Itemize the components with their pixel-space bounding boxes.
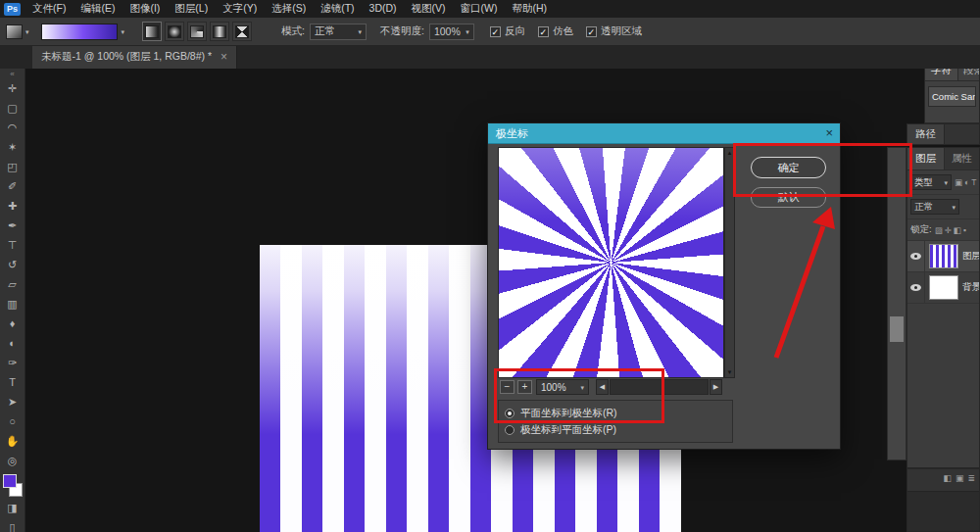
font-family-dropdown[interactable]: Comic Sans ▾ (928, 86, 976, 107)
chevron-down-icon: ▾ (466, 28, 469, 35)
menu-item[interactable]: 图层(L) (174, 2, 208, 16)
zoom-out-button[interactable]: − (500, 380, 514, 394)
foreground-color-swatch[interactable] (3, 474, 17, 488)
close-icon[interactable]: × (220, 50, 227, 64)
menu-item[interactable]: 选择(S) (271, 2, 306, 16)
gradient-picker[interactable]: ▾ (41, 24, 125, 40)
screen-mode-icon[interactable]: ▯ (0, 517, 24, 532)
menu-item[interactable]: 3D(D) (369, 2, 397, 16)
tool-preset-picker[interactable]: ▾ (6, 24, 29, 39)
menu-item[interactable]: 文件(F) (32, 2, 66, 16)
close-icon[interactable]: × (825, 125, 833, 140)
lasso-tool-icon[interactable]: ◠ (0, 118, 24, 137)
visibility-cell[interactable] (907, 241, 925, 271)
layer-thumbnail[interactable] (929, 275, 958, 300)
radio-unselected-icon[interactable] (505, 425, 514, 435)
blur-tool-icon[interactable]: ♦ (0, 314, 24, 333)
blend-mode-dropdown[interactable]: 正常 ▾ (310, 24, 367, 40)
lock-transparency-icon[interactable]: ▨ (935, 225, 943, 235)
layer-effects-icon[interactable]: ◧ (943, 473, 952, 483)
eyedropper-tool-icon[interactable]: ✐ (0, 176, 24, 196)
zoom-level-dropdown[interactable]: 100% ▾ (536, 379, 589, 395)
quick-mask-icon[interactable]: ◨ (0, 498, 24, 517)
zoom-tool-icon[interactable]: ◎ (0, 451, 24, 470)
type-filter-icon[interactable]: T (971, 177, 976, 187)
ok-button[interactable]: 确定 (751, 157, 826, 178)
crop-tool-icon[interactable]: ◰ (0, 157, 24, 176)
tab-properties[interactable]: 属性 (945, 148, 979, 169)
type-tool-icon[interactable]: T (0, 372, 24, 392)
magic-wand-tool-icon[interactable]: ✶ (0, 137, 24, 157)
healing-brush-tool-icon[interactable]: ✚ (0, 196, 24, 216)
collapse-toolbar-icon[interactable]: « (10, 70, 14, 78)
option-checkbox[interactable]: ✓ 仿色 (538, 24, 573, 38)
scroll-right-icon[interactable]: ▶ (710, 379, 722, 395)
dodge-tool-icon[interactable]: ◐ (0, 333, 24, 353)
opacity-dropdown[interactable]: 100% ▾ (429, 24, 474, 40)
scrollbar-thumb[interactable] (890, 316, 904, 342)
eraser-tool-icon[interactable]: ▱ (0, 274, 24, 294)
radio-selected-icon[interactable] (505, 409, 514, 418)
lock-all-icon[interactable]: ▪ (963, 225, 966, 235)
layer-name[interactable]: 图层 1 (962, 250, 979, 263)
diamond-gradient-button[interactable] (232, 22, 252, 41)
layers-panel-tabs: 图层 属性 (907, 148, 979, 170)
clone-stamp-tool-icon[interactable]: ⊤ (0, 235, 24, 255)
eye-icon[interactable] (910, 253, 921, 260)
shape-tool-icon[interactable]: ○ (0, 411, 24, 431)
layer-name[interactable]: 背景 (962, 281, 979, 294)
option-checkbox[interactable]: ✓ 反向 (490, 24, 525, 38)
reflected-gradient-button[interactable] (210, 22, 229, 41)
radio-polar-to-rect[interactable]: 极坐标到平面坐标(P) (505, 423, 726, 437)
radio-rect-to-polar[interactable]: 平面坐标到极坐标(R) (505, 407, 726, 420)
radial-gradient-button[interactable] (165, 22, 184, 41)
lock-position-icon[interactable]: ✛ (945, 225, 952, 235)
layer-thumbnail[interactable] (929, 244, 958, 268)
photoshop-logo[interactable]: Ps (4, 3, 21, 16)
menu-item[interactable]: 图像(I) (129, 2, 160, 16)
layer-blend-mode-dropdown[interactable]: 正常 ▾ (910, 199, 959, 215)
eye-icon[interactable] (910, 284, 921, 291)
filter-preview[interactable] (498, 147, 724, 378)
preview-vertical-scrollbar[interactable]: ▲ ▼ (724, 147, 735, 378)
pen-tool-icon[interactable]: ✑ (0, 353, 24, 372)
pixel-filter-icon[interactable]: ▣ (955, 177, 962, 187)
dialog-title-bar[interactable]: 极坐标 × (488, 123, 840, 144)
menu-item[interactable]: 编辑(E) (80, 2, 115, 16)
tab-layers[interactable]: 图层 (907, 148, 945, 169)
gradient-tool-icon[interactable]: ▥ (0, 294, 24, 314)
layer-filter-dropdown[interactable]: 类型 ▾ (910, 174, 952, 190)
hand-tool-icon[interactable]: ✋ (0, 431, 24, 451)
option-checkbox[interactable]: ✓ 透明区域 (586, 24, 642, 38)
linear-gradient-button[interactable] (142, 22, 162, 41)
new-layer-icon[interactable]: ▣ (956, 473, 964, 483)
preview-horizontal-scrollbar[interactable] (610, 379, 709, 395)
adjustment-filter-icon[interactable]: ◐ (964, 177, 969, 187)
tab-paths[interactable]: 路径 (907, 124, 945, 144)
menu-item[interactable]: 帮助(H) (513, 2, 548, 16)
menu-item[interactable]: 窗口(W) (461, 2, 498, 16)
scroll-down-icon[interactable]: ▼ (725, 369, 734, 375)
layer-row-background[interactable]: 背景 (907, 272, 979, 304)
lock-pixels-icon[interactable]: ◧ (954, 225, 961, 235)
layer-menu-icon[interactable]: ≣ (967, 473, 975, 483)
menu-item[interactable]: 文字(Y) (222, 2, 257, 16)
color-swatches[interactable] (0, 472, 24, 498)
history-brush-tool-icon[interactable]: ↺ (0, 255, 24, 274)
document-tab[interactable]: 未标题-1 @ 100% (图层 1, RGB/8#) * × (32, 45, 237, 69)
layer-row-layer1[interactable]: 图层 1 (907, 241, 979, 272)
marquee-tool-icon[interactable]: ▢ (0, 98, 24, 118)
canvas-vertical-scrollbar[interactable] (887, 147, 906, 460)
scroll-left-icon[interactable]: ◀ (596, 379, 609, 395)
scroll-up-icon[interactable]: ▲ (725, 150, 734, 156)
angle-gradient-button[interactable] (187, 22, 207, 41)
move-tool-icon[interactable]: ✛ (0, 78, 24, 98)
gradient-preview[interactable] (41, 24, 118, 40)
brush-tool-icon[interactable]: ✒ (0, 216, 24, 235)
zoom-in-button[interactable]: + (517, 380, 532, 394)
default-button[interactable]: 默认 (751, 187, 826, 208)
menu-item[interactable]: 滤镜(T) (320, 2, 354, 16)
visibility-cell[interactable] (907, 272, 925, 303)
path-select-tool-icon[interactable]: ➤ (0, 392, 24, 411)
menu-item[interactable]: 视图(V) (412, 2, 446, 16)
